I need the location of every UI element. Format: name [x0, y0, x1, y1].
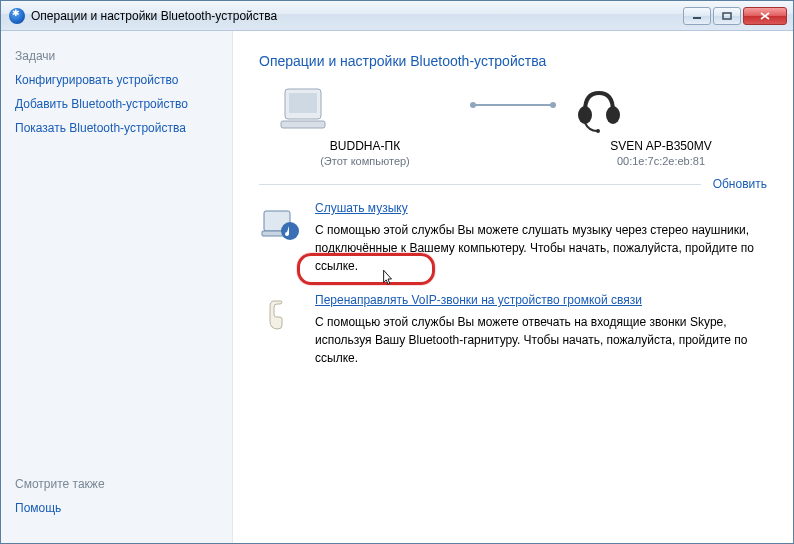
close-button[interactable] [743, 7, 787, 25]
divider [259, 184, 701, 185]
bluetooth-icon [9, 8, 25, 24]
service-voip: Перенаправлять VoIP-звонки на устройство… [259, 293, 767, 367]
remote-device-mac: 00:1e:7c:2e:eb:81 [571, 155, 751, 167]
window-title: Операции и настройки Bluetooth-устройств… [31, 9, 683, 23]
svg-rect-4 [281, 121, 325, 128]
service-voip-desc: С помощью этой службы Вы можете отвечать… [315, 313, 767, 367]
service-voip-link[interactable]: Перенаправлять VoIP-звонки на устройство… [315, 293, 642, 307]
svg-rect-0 [693, 17, 701, 19]
sidebar-link-show[interactable]: Показать Bluetooth-устройства [15, 121, 218, 135]
bluetooth-settings-window: Операции и настройки Bluetooth-устройств… [0, 0, 794, 544]
svg-point-10 [281, 222, 299, 240]
headset-icon [571, 83, 627, 133]
device-pair: BUDDHA-ПК (Этот компьютер) SVEN AP-B350M… [259, 83, 767, 167]
service-listen-music: Слушать музыку С помощью этой службы Вы … [259, 201, 767, 275]
svg-point-7 [596, 129, 600, 133]
content-title: Операции и настройки Bluetooth-устройств… [259, 53, 767, 69]
maximize-icon [722, 12, 732, 20]
sidebar-link-configure[interactable]: Конфигурировать устройство [15, 73, 218, 87]
sidebar: Задачи Конфигурировать устройство Добави… [1, 31, 233, 543]
local-device-sub: (Этот компьютер) [275, 155, 455, 167]
computer-icon [275, 83, 331, 133]
svg-point-5 [578, 106, 592, 124]
service-music-icon [259, 201, 301, 275]
local-device: BUDDHA-ПК (Этот компьютер) [275, 83, 455, 167]
remote-device-name: SVEN AP-B350MV [571, 139, 751, 153]
svg-rect-1 [723, 13, 731, 19]
refresh-row: Обновить [259, 177, 767, 191]
refresh-link[interactable]: Обновить [713, 177, 767, 191]
content-pane: Операции и настройки Bluetooth-устройств… [233, 31, 793, 543]
sidebar-link-add[interactable]: Добавить Bluetooth-устройство [15, 97, 218, 111]
service-music-link[interactable]: Слушать музыку [315, 201, 408, 215]
local-device-name: BUDDHA-ПК [275, 139, 455, 153]
svg-rect-3 [289, 93, 317, 113]
service-voip-icon [259, 293, 301, 367]
service-music-desc: С помощью этой службы Вы можете слушать … [315, 221, 767, 275]
remote-device: SVEN AP-B350MV 00:1e:7c:2e:eb:81 [571, 83, 751, 167]
connection-line [473, 104, 553, 106]
minimize-icon [692, 12, 702, 20]
minimize-button[interactable] [683, 7, 711, 25]
sidebar-heading: Задачи [15, 49, 218, 63]
maximize-button[interactable] [713, 7, 741, 25]
sidebar-link-help[interactable]: Помощь [15, 501, 218, 515]
close-icon [760, 12, 770, 20]
svg-point-6 [606, 106, 620, 124]
window-body: Задачи Конфигурировать устройство Добави… [1, 31, 793, 543]
window-buttons [683, 7, 787, 25]
sidebar-see-also-heading: Смотрите также [15, 477, 218, 491]
titlebar: Операции и настройки Bluetooth-устройств… [1, 1, 793, 31]
